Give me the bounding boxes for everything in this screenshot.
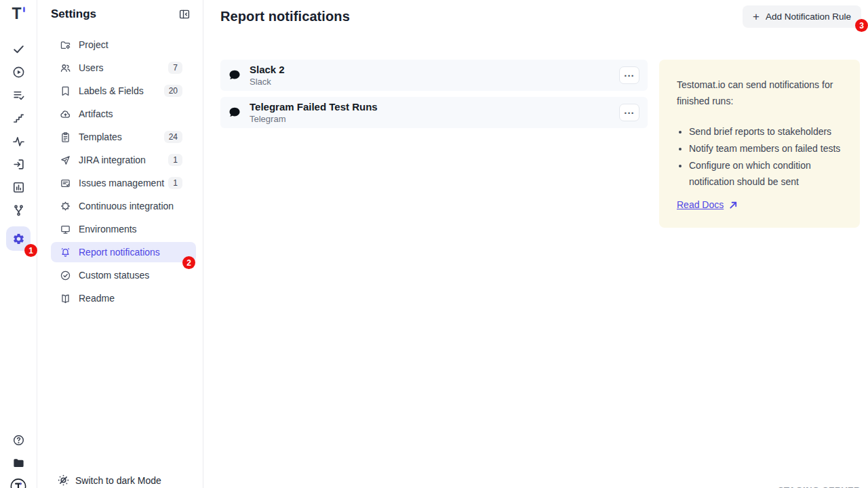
sign-in-icon[interactable] xyxy=(10,156,26,172)
logo-tick xyxy=(23,7,25,12)
sidebar-item-label: Readme xyxy=(79,293,115,304)
sidebar-item-label: Templates xyxy=(79,131,122,142)
page-title: Report notifications xyxy=(220,5,350,24)
add-notification-rule-button[interactable]: + Add Notification Rule 3 xyxy=(743,5,861,28)
logo-letter: T xyxy=(12,5,21,22)
info-panel: Testomat.io can send notifications for f… xyxy=(659,60,860,228)
sidebar-item-report-notifications[interactable]: Report notifications 2 xyxy=(51,242,196,262)
help-circle-icon[interactable] xyxy=(10,432,26,448)
monitor-icon xyxy=(60,224,71,235)
sidebar-item-environments[interactable]: Environments xyxy=(51,219,196,239)
rule-title: Telegram Failed Test Runs xyxy=(250,100,378,113)
sidebar-item-label: JIRA integration xyxy=(79,155,146,165)
sidebar-item-project[interactable]: Project xyxy=(51,35,196,55)
sidebar-item-label: Project xyxy=(79,39,108,50)
settings-nav: Project Users 7 Labels & Fields 20 Artif… xyxy=(37,35,203,308)
check-circle-icon xyxy=(60,270,71,281)
dark-mode-label: Switch to dark Mode xyxy=(75,475,161,486)
chat-bubble-icon xyxy=(228,106,241,119)
sidebar-item-label: Environments xyxy=(79,224,137,235)
count-badge: 20 xyxy=(164,85,182,97)
sun-auto-icon xyxy=(58,474,69,486)
sidebar-item-labels-fields[interactable]: Labels & Fields 20 xyxy=(51,81,196,101)
external-link-arrow-icon xyxy=(729,201,738,209)
tour-badge-3: 3 xyxy=(855,19,868,32)
bookmark-icon xyxy=(60,85,71,97)
main-content: Report notifications + Add Notification … xyxy=(203,0,868,488)
add-button-label: Add Notification Rule xyxy=(766,12,851,22)
count-badge: 1 xyxy=(168,154,182,166)
send-plane-icon xyxy=(60,155,71,166)
tour-badge-1: 1 xyxy=(24,244,37,257)
staging-watermark: STAGING SERVER xyxy=(778,485,861,488)
sidebar-item-jira-integration[interactable]: JIRA integration 1 xyxy=(51,150,196,170)
book-icon xyxy=(60,293,71,304)
rule-row-telegram[interactable]: Telegram Failed Test Runs Telegram ... xyxy=(220,97,648,128)
plus-icon: + xyxy=(753,11,760,22)
rule-menu-button[interactable]: ... xyxy=(619,66,639,84)
sidebar-item-label: Labels & Fields xyxy=(79,85,144,96)
sidebar-item-label: Report notifications xyxy=(79,247,160,258)
sidebar-item-templates[interactable]: Templates 24 xyxy=(51,127,196,147)
check-icon[interactable] xyxy=(10,41,26,57)
settings-sidebar: Settings Project Users 7 Labels & Fields… xyxy=(37,0,203,488)
sidebar-item-label: Users xyxy=(79,62,104,73)
gear-icon xyxy=(12,232,25,245)
rule-subtitle: Slack xyxy=(250,76,285,87)
sidebar-item-label: Issues management xyxy=(79,178,164,188)
folder-gear-icon xyxy=(60,39,71,51)
rule-menu-button[interactable]: ... xyxy=(619,104,639,121)
rule-title: Slack 2 xyxy=(250,63,285,76)
sidebar-item-artifacts[interactable]: Artifacts xyxy=(51,104,196,124)
dark-mode-toggle[interactable]: Switch to dark Mode xyxy=(58,474,161,486)
info-bullet: Configure on which condition notificatio… xyxy=(689,157,842,190)
count-badge: 7 xyxy=(168,62,182,74)
rule-row-slack[interactable]: Slack 2 Slack ... xyxy=(220,60,648,91)
sidebar-title: Settings xyxy=(51,7,96,21)
info-bullet: Send brief reports to stakeholders xyxy=(689,123,842,140)
sidebar-item-label: Artifacts xyxy=(79,108,113,119)
sidebar-item-issues-management[interactable]: Issues management 1 xyxy=(51,173,196,193)
bar-chart-icon[interactable] xyxy=(10,179,26,195)
clipboard-icon xyxy=(60,131,71,143)
read-docs-link[interactable]: Read Docs xyxy=(677,199,724,210)
sidebar-item-continuous-integration[interactable]: Continuous integration xyxy=(51,196,196,216)
notification-rules-list: Slack 2 Slack ... Telegram Failed Test R… xyxy=(220,60,648,134)
settings-gear-active[interactable]: 1 xyxy=(6,226,31,251)
testomat-logo-circle[interactable] xyxy=(10,478,26,488)
sidebar-item-users[interactable]: Users 7 xyxy=(51,58,196,78)
sidebar-item-readme[interactable]: Readme xyxy=(51,288,196,308)
folder-icon[interactable] xyxy=(10,455,26,471)
sidebar-item-label: Custom statuses xyxy=(79,270,149,281)
count-badge: 1 xyxy=(168,177,182,189)
issue-card-icon xyxy=(60,178,71,189)
steps-icon[interactable] xyxy=(10,110,26,126)
users-icon xyxy=(60,62,71,74)
rule-subtitle: Telegram xyxy=(250,113,378,125)
burst-icon xyxy=(60,201,71,212)
sidebar-item-label: Continuous integration xyxy=(79,201,174,211)
chat-bubble-icon xyxy=(228,68,241,82)
collapse-panel-icon[interactable] xyxy=(178,8,191,20)
bell-ring-icon xyxy=(60,247,71,258)
list-check-icon[interactable] xyxy=(10,87,26,103)
play-circle-icon[interactable] xyxy=(10,64,26,80)
info-panel-intro: Testomat.io can send notifications for f… xyxy=(677,77,842,109)
sidebar-item-custom-statuses[interactable]: Custom statuses xyxy=(51,265,196,285)
count-badge: 24 xyxy=(164,131,182,143)
testomat-logo[interactable]: T xyxy=(12,5,24,24)
activity-icon[interactable] xyxy=(10,133,26,149)
info-panel-bullets: Send brief reports to stakeholders Notif… xyxy=(677,123,842,190)
info-bullet: Notify team members on failed tests xyxy=(689,140,842,157)
icon-rail: T 1 xyxy=(0,0,37,488)
tour-badge-2: 2 xyxy=(182,256,195,269)
cloud-upload-icon xyxy=(60,108,71,120)
branch-merge-icon[interactable] xyxy=(10,202,26,218)
